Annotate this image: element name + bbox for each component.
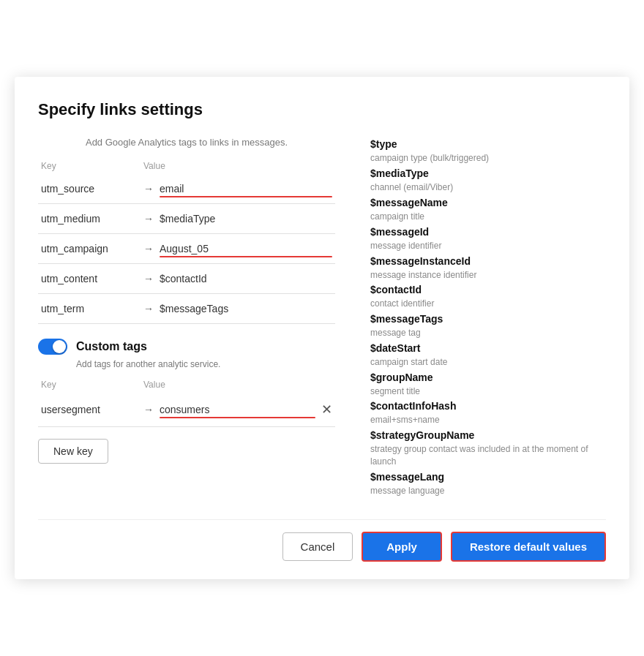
table-row: utm_term → $messageTags (38, 294, 335, 324)
table-row: utm_source → email (38, 174, 335, 204)
var-name: $messageLang (370, 470, 606, 485)
dialog-container: Specify links settings Add Google Analyt… (15, 77, 629, 578)
custom-key-header: Key (41, 380, 143, 390)
custom-row-key: usersegment (41, 404, 143, 415)
arrow-icon: → (143, 243, 154, 255)
var-name: $contactInfoHash (370, 399, 606, 414)
var-desc: message identifier (370, 240, 606, 252)
custom-tags-title: Custom tags (76, 340, 147, 353)
var-desc: contact identifier (370, 298, 606, 310)
row-value: $messageTags (160, 303, 332, 314)
var-name: $messageInstanceId (370, 254, 606, 269)
ga-table-header: Key Value (38, 161, 335, 171)
var-name: $mediaType (370, 166, 606, 181)
var-desc: campaign start date (370, 356, 606, 369)
custom-row-value: consumers (160, 404, 315, 415)
var-item: $messageLang message language (370, 470, 606, 497)
var-desc: strategy group contact was included in a… (370, 443, 606, 468)
var-desc: email+sms+name (370, 414, 606, 426)
footer: Cancel Apply Restore default values (38, 519, 606, 562)
left-panel: Add Google Analytics tags to links in me… (38, 137, 353, 498)
apply-button[interactable]: Apply (362, 532, 442, 562)
row-key: utm_content (41, 273, 143, 284)
var-desc: channel (email/Viber) (370, 181, 606, 194)
row-key: utm_source (41, 183, 143, 195)
new-key-button[interactable]: New key (38, 439, 108, 464)
row-value: August_05 (160, 243, 332, 255)
var-name: $messageTags (370, 312, 606, 327)
var-desc: campaign type (bulk/triggered) (370, 152, 606, 165)
var-name: $groupName (370, 370, 606, 385)
custom-value-header: Value (143, 380, 332, 390)
var-desc: message instance identifier (370, 269, 606, 282)
row-value: email (160, 183, 332, 195)
right-panel: $type campaign type (bulk/triggered) $me… (353, 137, 606, 498)
var-item: $contactInfoHash email+sms+name (370, 399, 606, 426)
row-key: utm_campaign (41, 243, 143, 255)
var-item: $groupName segment title (370, 370, 606, 398)
var-desc: campaign title (370, 211, 606, 223)
custom-tags-toggle[interactable] (38, 339, 67, 355)
row-value: $mediaType (160, 213, 332, 225)
arrow-icon: → (143, 273, 154, 284)
cancel-button[interactable]: Cancel (282, 532, 353, 561)
value-header: Value (143, 161, 332, 171)
var-desc: segment title (370, 385, 606, 398)
var-name: $messageId (370, 225, 606, 240)
content-area: Add Google Analytics tags to links in me… (38, 137, 606, 498)
var-item: $type campaign type (bulk/triggered) (370, 137, 606, 165)
var-item: $messageId message identifier (370, 225, 606, 252)
var-name: $type (370, 137, 606, 152)
var-name: $dateStart (370, 341, 606, 356)
var-item: $contactId contact identifier (370, 282, 606, 310)
custom-table-row: usersegment → consumers ✕ (38, 393, 335, 427)
arrow-icon: → (143, 404, 154, 415)
row-value: $contactId (160, 273, 332, 284)
custom-tags-subtitle: Add tags for another analytic service. (76, 359, 335, 369)
var-item: $strategyGroupName strategy group contac… (370, 428, 606, 468)
var-item: $dateStart campaign start date (370, 341, 606, 369)
dialog-title: Specify links settings (38, 100, 606, 119)
delete-row-button[interactable]: ✕ (321, 401, 332, 418)
table-row: utm_campaign → August_05 (38, 234, 335, 264)
var-item: $messageTags message tag (370, 312, 606, 339)
var-item: $messageInstanceId message instance iden… (370, 254, 606, 282)
restore-defaults-button[interactable]: Restore default values (451, 532, 606, 562)
toggle-knob (53, 340, 66, 353)
subtitle: Add Google Analytics tags to links in me… (38, 137, 335, 148)
table-row: utm_content → $contactId (38, 264, 335, 294)
key-header: Key (41, 161, 143, 171)
table-row: utm_medium → $mediaType (38, 204, 335, 234)
var-name: $strategyGroupName (370, 428, 606, 443)
arrow-icon: → (143, 183, 154, 195)
var-item: $mediaType channel (email/Viber) (370, 166, 606, 194)
arrow-icon: → (143, 303, 154, 314)
row-key: utm_term (41, 303, 143, 314)
var-desc: message language (370, 485, 606, 497)
row-key: utm_medium (41, 213, 143, 225)
var-name: $contactId (370, 282, 606, 298)
arrow-icon: → (143, 213, 154, 225)
var-name: $messageName (370, 195, 606, 211)
custom-table-header: Key Value (38, 380, 335, 390)
var-desc: message tag (370, 327, 606, 339)
var-item: $messageName campaign title (370, 195, 606, 223)
custom-tags-header: Custom tags (38, 339, 335, 355)
